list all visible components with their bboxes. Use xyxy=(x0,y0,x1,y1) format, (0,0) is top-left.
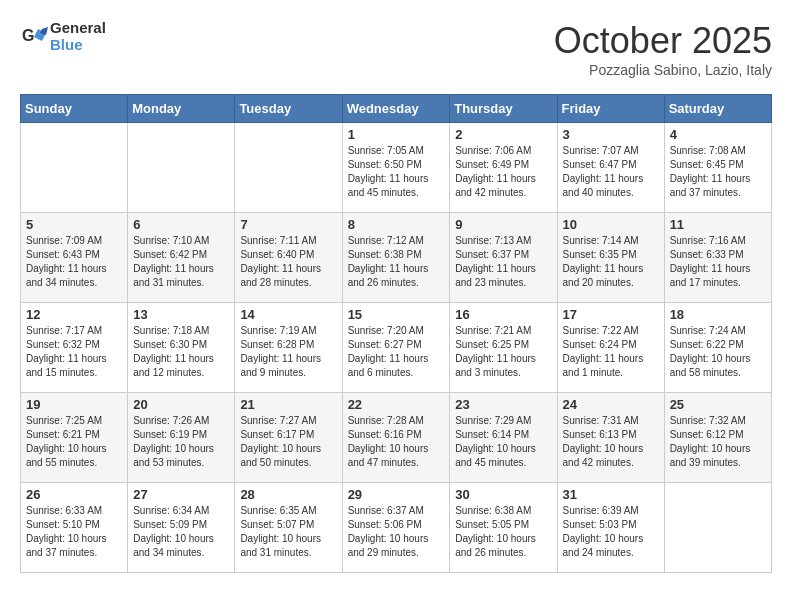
day-number: 3 xyxy=(563,127,659,142)
day-info: Sunrise: 7:28 AM Sunset: 6:16 PM Dayligh… xyxy=(348,414,445,470)
day-info: Sunrise: 6:35 AM Sunset: 5:07 PM Dayligh… xyxy=(240,504,336,560)
day-number: 25 xyxy=(670,397,766,412)
day-info: Sunrise: 7:07 AM Sunset: 6:47 PM Dayligh… xyxy=(563,144,659,200)
calendar-day-12: 12Sunrise: 7:17 AM Sunset: 6:32 PM Dayli… xyxy=(21,303,128,393)
day-number: 29 xyxy=(348,487,445,502)
calendar-day-10: 10Sunrise: 7:14 AM Sunset: 6:35 PM Dayli… xyxy=(557,213,664,303)
day-number: 14 xyxy=(240,307,336,322)
weekday-header-tuesday: Tuesday xyxy=(235,95,342,123)
calendar-day-13: 13Sunrise: 7:18 AM Sunset: 6:30 PM Dayli… xyxy=(128,303,235,393)
weekday-header-row: SundayMondayTuesdayWednesdayThursdayFrid… xyxy=(21,95,772,123)
calendar-day-3: 3Sunrise: 7:07 AM Sunset: 6:47 PM Daylig… xyxy=(557,123,664,213)
day-info: Sunrise: 7:20 AM Sunset: 6:27 PM Dayligh… xyxy=(348,324,445,380)
calendar-week-row: 26Sunrise: 6:33 AM Sunset: 5:10 PM Dayli… xyxy=(21,483,772,573)
calendar-day-29: 29Sunrise: 6:37 AM Sunset: 5:06 PM Dayli… xyxy=(342,483,450,573)
day-number: 9 xyxy=(455,217,551,232)
day-info: Sunrise: 7:18 AM Sunset: 6:30 PM Dayligh… xyxy=(133,324,229,380)
logo-blue: Blue xyxy=(50,37,106,54)
calendar-empty-cell xyxy=(235,123,342,213)
day-info: Sunrise: 7:19 AM Sunset: 6:28 PM Dayligh… xyxy=(240,324,336,380)
calendar-week-row: 12Sunrise: 7:17 AM Sunset: 6:32 PM Dayli… xyxy=(21,303,772,393)
calendar-day-24: 24Sunrise: 7:31 AM Sunset: 6:13 PM Dayli… xyxy=(557,393,664,483)
weekday-header-thursday: Thursday xyxy=(450,95,557,123)
day-info: Sunrise: 7:14 AM Sunset: 6:35 PM Dayligh… xyxy=(563,234,659,290)
calendar-empty-cell xyxy=(128,123,235,213)
calendar-day-1: 1Sunrise: 7:05 AM Sunset: 6:50 PM Daylig… xyxy=(342,123,450,213)
calendar-day-26: 26Sunrise: 6:33 AM Sunset: 5:10 PM Dayli… xyxy=(21,483,128,573)
calendar-day-11: 11Sunrise: 7:16 AM Sunset: 6:33 PM Dayli… xyxy=(664,213,771,303)
calendar-day-6: 6Sunrise: 7:10 AM Sunset: 6:42 PM Daylig… xyxy=(128,213,235,303)
day-number: 15 xyxy=(348,307,445,322)
weekday-header-saturday: Saturday xyxy=(664,95,771,123)
day-number: 6 xyxy=(133,217,229,232)
day-info: Sunrise: 7:26 AM Sunset: 6:19 PM Dayligh… xyxy=(133,414,229,470)
svg-text:G: G xyxy=(22,27,34,44)
day-number: 30 xyxy=(455,487,551,502)
day-number: 21 xyxy=(240,397,336,412)
day-number: 20 xyxy=(133,397,229,412)
title-section: October 2025 Pozzaglia Sabino, Lazio, It… xyxy=(554,20,772,78)
calendar-day-22: 22Sunrise: 7:28 AM Sunset: 6:16 PM Dayli… xyxy=(342,393,450,483)
day-info: Sunrise: 7:22 AM Sunset: 6:24 PM Dayligh… xyxy=(563,324,659,380)
weekday-header-monday: Monday xyxy=(128,95,235,123)
day-info: Sunrise: 7:16 AM Sunset: 6:33 PM Dayligh… xyxy=(670,234,766,290)
day-info: Sunrise: 7:12 AM Sunset: 6:38 PM Dayligh… xyxy=(348,234,445,290)
weekday-header-friday: Friday xyxy=(557,95,664,123)
weekday-header-sunday: Sunday xyxy=(21,95,128,123)
day-number: 24 xyxy=(563,397,659,412)
day-number: 26 xyxy=(26,487,122,502)
day-info: Sunrise: 7:31 AM Sunset: 6:13 PM Dayligh… xyxy=(563,414,659,470)
calendar-day-23: 23Sunrise: 7:29 AM Sunset: 6:14 PM Dayli… xyxy=(450,393,557,483)
calendar-day-14: 14Sunrise: 7:19 AM Sunset: 6:28 PM Dayli… xyxy=(235,303,342,393)
day-info: Sunrise: 6:39 AM Sunset: 5:03 PM Dayligh… xyxy=(563,504,659,560)
day-number: 11 xyxy=(670,217,766,232)
day-number: 31 xyxy=(563,487,659,502)
calendar-empty-cell xyxy=(664,483,771,573)
day-info: Sunrise: 6:38 AM Sunset: 5:05 PM Dayligh… xyxy=(455,504,551,560)
day-number: 10 xyxy=(563,217,659,232)
calendar-day-17: 17Sunrise: 7:22 AM Sunset: 6:24 PM Dayli… xyxy=(557,303,664,393)
calendar-day-18: 18Sunrise: 7:24 AM Sunset: 6:22 PM Dayli… xyxy=(664,303,771,393)
day-info: Sunrise: 6:34 AM Sunset: 5:09 PM Dayligh… xyxy=(133,504,229,560)
day-info: Sunrise: 7:11 AM Sunset: 6:40 PM Dayligh… xyxy=(240,234,336,290)
day-number: 4 xyxy=(670,127,766,142)
day-info: Sunrise: 7:08 AM Sunset: 6:45 PM Dayligh… xyxy=(670,144,766,200)
day-number: 13 xyxy=(133,307,229,322)
day-info: Sunrise: 7:24 AM Sunset: 6:22 PM Dayligh… xyxy=(670,324,766,380)
day-number: 7 xyxy=(240,217,336,232)
calendar-day-15: 15Sunrise: 7:20 AM Sunset: 6:27 PM Dayli… xyxy=(342,303,450,393)
day-number: 18 xyxy=(670,307,766,322)
day-number: 12 xyxy=(26,307,122,322)
calendar-day-20: 20Sunrise: 7:26 AM Sunset: 6:19 PM Dayli… xyxy=(128,393,235,483)
calendar-day-30: 30Sunrise: 6:38 AM Sunset: 5:05 PM Dayli… xyxy=(450,483,557,573)
day-info: Sunrise: 7:29 AM Sunset: 6:14 PM Dayligh… xyxy=(455,414,551,470)
calendar-table: SundayMondayTuesdayWednesdayThursdayFrid… xyxy=(20,94,772,573)
calendar-day-19: 19Sunrise: 7:25 AM Sunset: 6:21 PM Dayli… xyxy=(21,393,128,483)
day-number: 1 xyxy=(348,127,445,142)
day-info: Sunrise: 7:10 AM Sunset: 6:42 PM Dayligh… xyxy=(133,234,229,290)
day-number: 23 xyxy=(455,397,551,412)
day-info: Sunrise: 7:05 AM Sunset: 6:50 PM Dayligh… xyxy=(348,144,445,200)
day-number: 27 xyxy=(133,487,229,502)
calendar-day-7: 7Sunrise: 7:11 AM Sunset: 6:40 PM Daylig… xyxy=(235,213,342,303)
day-info: Sunrise: 7:25 AM Sunset: 6:21 PM Dayligh… xyxy=(26,414,122,470)
day-number: 17 xyxy=(563,307,659,322)
day-info: Sunrise: 7:17 AM Sunset: 6:32 PM Dayligh… xyxy=(26,324,122,380)
day-number: 8 xyxy=(348,217,445,232)
calendar-day-8: 8Sunrise: 7:12 AM Sunset: 6:38 PM Daylig… xyxy=(342,213,450,303)
calendar-day-28: 28Sunrise: 6:35 AM Sunset: 5:07 PM Dayli… xyxy=(235,483,342,573)
day-info: Sunrise: 7:06 AM Sunset: 6:49 PM Dayligh… xyxy=(455,144,551,200)
day-info: Sunrise: 7:13 AM Sunset: 6:37 PM Dayligh… xyxy=(455,234,551,290)
day-number: 2 xyxy=(455,127,551,142)
day-info: Sunrise: 7:27 AM Sunset: 6:17 PM Dayligh… xyxy=(240,414,336,470)
day-number: 22 xyxy=(348,397,445,412)
day-info: Sunrise: 7:09 AM Sunset: 6:43 PM Dayligh… xyxy=(26,234,122,290)
weekday-header-wednesday: Wednesday xyxy=(342,95,450,123)
calendar-week-row: 5Sunrise: 7:09 AM Sunset: 6:43 PM Daylig… xyxy=(21,213,772,303)
calendar-empty-cell xyxy=(21,123,128,213)
day-number: 19 xyxy=(26,397,122,412)
day-info: Sunrise: 7:21 AM Sunset: 6:25 PM Dayligh… xyxy=(455,324,551,380)
calendar-day-21: 21Sunrise: 7:27 AM Sunset: 6:17 PM Dayli… xyxy=(235,393,342,483)
day-number: 5 xyxy=(26,217,122,232)
day-number: 16 xyxy=(455,307,551,322)
